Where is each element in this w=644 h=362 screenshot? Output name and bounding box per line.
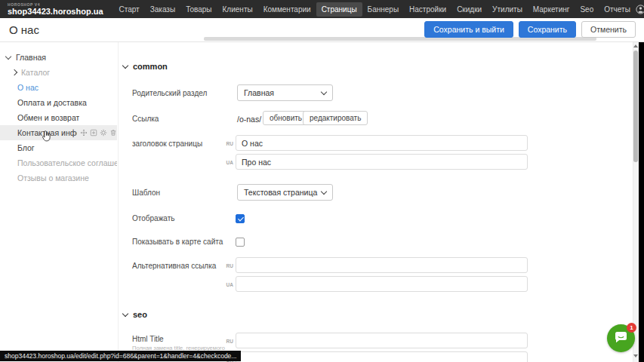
parent-section-value: Главная <box>244 88 274 97</box>
chevron-right-icon[interactable] <box>11 69 17 75</box>
sidebar-item-obmen[interactable]: Обмен и возврат <box>0 110 117 125</box>
save-and-exit-button[interactable]: Сохранить и выйти <box>424 21 513 38</box>
html-title-ua-input[interactable] <box>236 351 528 362</box>
screen-black-edge <box>639 42 644 362</box>
chat-widget-button[interactable]: 1 <box>607 324 635 352</box>
main-menu: Старт Заказы Товары Клиенты Комментарии … <box>114 2 636 17</box>
topbar-icons <box>636 5 644 14</box>
sidebar-item-kontaktnaya[interactable]: Контактная инфор <box>0 125 117 140</box>
app-window: HOROSHOP V4 shop34423.horoshop.ua Старт … <box>0 0 644 362</box>
link-label: Ссылка <box>132 115 159 123</box>
menu-comments[interactable]: Комментарии <box>258 2 316 17</box>
menu-reports[interactable]: Отчеты <box>599 2 636 17</box>
sidebar-item-label: Главная <box>16 53 46 62</box>
sidebar-item-label: Отзывы о магазине <box>17 173 89 183</box>
select-caret-icon <box>321 188 327 194</box>
page-title-field-label: заголовок страницы <box>132 140 202 148</box>
tree-row-actions <box>80 129 117 137</box>
template-label: Шаблон <box>132 189 160 197</box>
menu-marketing[interactable]: Маркетинг <box>528 2 575 17</box>
link-edit-button[interactable]: редактировать <box>303 111 368 125</box>
brand-version: HOROSHOP V4 <box>8 3 103 7</box>
sidebar-item-o-nas[interactable]: О нас <box>0 80 117 95</box>
sidebar-item-glavnaya[interactable]: Главная <box>0 50 117 65</box>
sidebar-item-otzyvy[interactable]: Отзывы о магазине <box>0 170 117 186</box>
section-seo[interactable]: seo <box>123 310 147 319</box>
sidebar-item-label: О нас <box>17 83 39 92</box>
chevron-down-icon <box>122 311 128 317</box>
menu-discounts[interactable]: Скидки <box>451 2 487 17</box>
trash-icon[interactable] <box>109 129 117 137</box>
chevron-down-icon <box>122 63 128 69</box>
status-url-bar: shop34423.horoshop.ua/edit/edit.php?id=6… <box>0 351 241 361</box>
section-common-label: common <box>133 62 168 71</box>
menu-start[interactable]: Старт <box>114 2 145 17</box>
cancel-button[interactable]: Отменить <box>581 21 636 38</box>
html-title-ru-input[interactable] <box>236 333 528 348</box>
page-title-ru-input[interactable] <box>236 135 528 151</box>
template-value: Текстовая страница <box>244 188 317 197</box>
sidebar-item-label: Пользовательское соглашение <box>17 158 117 167</box>
alt-link-label: Альтернативная ссылка <box>132 262 216 270</box>
save-button[interactable]: Сохранить <box>519 21 576 38</box>
sidebar-item-label: Оплата и доставка <box>17 98 87 107</box>
section-seo-label: seo <box>133 310 147 319</box>
scroll-down-arrow-icon[interactable] <box>633 354 638 357</box>
sidebar-item-blog[interactable]: Блог <box>0 140 117 155</box>
account-icon[interactable] <box>636 5 644 14</box>
menu-pages[interactable]: Страницы <box>316 2 362 17</box>
ua-tag: UA <box>224 282 233 287</box>
header-buttons: Сохранить и выйти Сохранить Отменить <box>424 21 636 38</box>
brand-domain: shop34423.horoshop.ua <box>8 8 103 16</box>
menu-orders[interactable]: Заказы <box>145 2 180 17</box>
add-page-icon[interactable] <box>90 129 97 137</box>
menu-products[interactable]: Товары <box>180 2 217 17</box>
scroll-up-arrow-icon[interactable] <box>633 44 638 48</box>
link-value: /o-nas/ <box>237 115 261 124</box>
sidebar-divider <box>118 42 119 362</box>
page-header: О нас Сохранить и выйти Сохранить Отмени… <box>0 18 644 42</box>
page-title-ua-input[interactable] <box>236 154 528 170</box>
template-select[interactable]: Текстовая страница <box>237 184 333 201</box>
page-title: О нас <box>9 23 39 36</box>
scrollbar-thumb[interactable] <box>633 51 638 162</box>
alt-link-ru-input[interactable] <box>236 257 528 273</box>
parent-section-label: Родительский раздел <box>132 89 207 97</box>
sidebar-item-label: Контактная инфор <box>17 128 77 137</box>
menu-seo[interactable]: Seo <box>575 2 599 17</box>
menu-settings[interactable]: Настройки <box>404 2 451 17</box>
sidebar-item-label: Обмен и возврат <box>17 113 79 122</box>
alt-link-ua-input[interactable] <box>236 276 528 292</box>
menu-utilities[interactable]: Утилиты <box>487 2 528 17</box>
sidebar-item-oplata[interactable]: Оплата и доставка <box>0 95 117 110</box>
ua-tag: UA <box>224 160 233 165</box>
display-checkbox[interactable] <box>236 214 245 223</box>
html-title-label: Html Title <box>132 335 164 343</box>
ru-tag: RU <box>224 263 233 268</box>
parent-section-select[interactable]: Главная <box>237 84 333 101</box>
sitemap-label: Показывать в карте сайта <box>132 238 223 246</box>
chat-notification-badge: 1 <box>627 323 636 333</box>
menu-clients[interactable]: Клиенты <box>217 2 258 17</box>
sidebar-item-katalog[interactable]: Каталог <box>0 65 117 80</box>
sitemap-checkbox[interactable] <box>236 238 245 247</box>
section-common[interactable]: common <box>123 62 168 71</box>
sidebar-item-label: Блог <box>17 143 35 152</box>
link-refresh-button[interactable]: обновить <box>263 111 309 125</box>
sidebar-item-soglashenie[interactable]: Пользовательское соглашение <box>0 155 117 170</box>
ru-tag: RU <box>224 339 233 344</box>
move-icon[interactable] <box>80 129 88 137</box>
chat-bubble-icon <box>614 330 628 347</box>
menu-banners[interactable]: Баннеры <box>362 2 404 17</box>
chevron-down-icon[interactable] <box>5 53 11 59</box>
brand-logo: HOROSHOP V4 shop34423.horoshop.ua <box>8 3 103 16</box>
gear-icon[interactable] <box>100 129 107 137</box>
select-caret-icon <box>321 88 327 94</box>
display-label: Отображать <box>132 214 174 222</box>
ru-tag: RU <box>224 141 233 146</box>
topbar: HOROSHOP V4 shop34423.horoshop.ua Старт … <box>0 0 644 18</box>
sidebar-item-label: Каталог <box>21 68 50 77</box>
